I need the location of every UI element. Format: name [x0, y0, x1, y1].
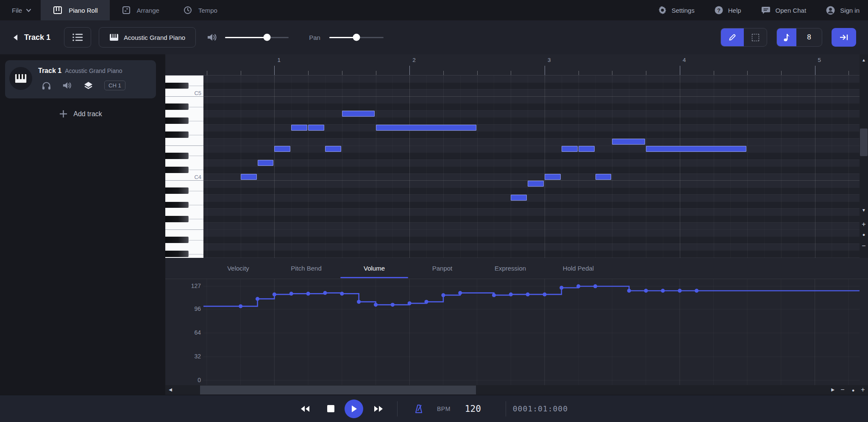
- volume-lane-panel[interactable]: [165, 279, 868, 385]
- midi-note[interactable]: [562, 146, 578, 152]
- piano-key-black[interactable]: [165, 187, 189, 194]
- fast-forward-button[interactable]: [373, 405, 384, 412]
- volume-point[interactable]: [644, 289, 648, 293]
- midi-note[interactable]: [342, 111, 375, 117]
- zoom-out-vertical-icon[interactable]: −: [860, 242, 868, 250]
- volume-point[interactable]: [492, 293, 496, 297]
- rewind-button[interactable]: [300, 405, 310, 412]
- play-button[interactable]: [345, 400, 363, 418]
- midi-note[interactable]: [274, 146, 290, 152]
- file-menu[interactable]: File: [0, 0, 41, 20]
- sign-in-button[interactable]: Sign in: [816, 6, 862, 15]
- volume-point[interactable]: [424, 300, 428, 304]
- midi-note[interactable]: [511, 195, 527, 201]
- zoom-in-horizontal-icon[interactable]: +: [859, 386, 867, 394]
- add-track-button[interactable]: Add track: [0, 109, 161, 118]
- control-tab-volume[interactable]: Volume: [340, 258, 408, 279]
- vertical-scrollbar-thumb[interactable]: [860, 129, 868, 156]
- solo-headphones-icon[interactable]: [42, 81, 51, 90]
- piano-key-black[interactable]: [165, 202, 189, 208]
- quantize-note-button[interactable]: [777, 28, 796, 46]
- volume-slider-knob[interactable]: [264, 34, 271, 41]
- volume-point[interactable]: [627, 289, 631, 293]
- midi-note[interactable]: [579, 146, 595, 152]
- settings-button[interactable]: Settings: [648, 6, 704, 15]
- control-tab-pitch-bend[interactable]: Pitch Bend: [273, 258, 340, 279]
- piano-key-black[interactable]: [165, 131, 189, 138]
- bpm-value[interactable]: 120: [465, 404, 481, 414]
- volume-point[interactable]: [289, 292, 293, 296]
- volume-point[interactable]: [306, 292, 310, 296]
- vertical-scrollbar[interactable]: ▲ ▼ + ● −: [860, 54, 868, 258]
- midi-note[interactable]: [291, 125, 307, 131]
- volume-point[interactable]: [374, 303, 378, 307]
- piano-key-black[interactable]: [165, 103, 189, 110]
- tab-piano-roll[interactable]: Piano Roll: [41, 0, 109, 20]
- quantize-value[interactable]: 8: [796, 28, 822, 46]
- midi-note[interactable]: [376, 125, 476, 131]
- horizontal-scrollbar-thumb[interactable]: [200, 386, 476, 394]
- volume-automation-chart[interactable]: [203, 279, 860, 386]
- volume-point[interactable]: [441, 293, 445, 297]
- volume-point[interactable]: [273, 293, 276, 296]
- volume-point[interactable]: [391, 303, 395, 307]
- control-tab-hold-pedal[interactable]: Hold Pedal: [545, 258, 612, 279]
- control-tab-panpot[interactable]: Panpot: [409, 258, 476, 279]
- measure-ruler[interactable]: 12345: [165, 54, 868, 75]
- volume-point[interactable]: [593, 284, 597, 288]
- scroll-right-icon[interactable]: ▶: [830, 387, 836, 392]
- zoom-out-horizontal-icon[interactable]: −: [838, 386, 847, 394]
- midi-note[interactable]: [528, 181, 544, 187]
- volume-point[interactable]: [408, 302, 412, 305]
- zoom-in-vertical-icon[interactable]: +: [860, 221, 868, 228]
- volume-point[interactable]: [576, 284, 580, 288]
- goto-end-button[interactable]: [832, 28, 856, 47]
- layers-icon[interactable]: [83, 81, 93, 90]
- scroll-down-icon[interactable]: ▼: [860, 208, 868, 212]
- note-grid[interactable]: [203, 75, 860, 258]
- zoom-reset-horizontal-icon[interactable]: ●: [849, 388, 857, 393]
- control-tab-expression[interactable]: Expression: [476, 258, 544, 279]
- midi-note[interactable]: [258, 160, 274, 166]
- stop-button[interactable]: [327, 405, 334, 412]
- volume-point[interactable]: [357, 300, 361, 304]
- volume-point[interactable]: [458, 291, 462, 295]
- piano-key-black[interactable]: [165, 251, 189, 257]
- tab-tempo[interactable]: Tempo: [171, 0, 229, 20]
- channel-badge[interactable]: CH 1: [104, 81, 125, 90]
- volume-point[interactable]: [340, 292, 344, 296]
- volume-slider[interactable]: [225, 37, 289, 38]
- piano-keyboard[interactable]: C5C4: [165, 75, 203, 258]
- horizontal-scrollbar[interactable]: ◀ ▶ − ● +: [165, 385, 868, 395]
- midi-note[interactable]: [308, 125, 324, 131]
- tab-arrange[interactable]: Arrange: [110, 0, 171, 20]
- selection-tool-button[interactable]: [744, 28, 767, 46]
- volume-point[interactable]: [526, 293, 530, 296]
- open-chat-button[interactable]: Open Chat: [751, 6, 816, 15]
- volume-point[interactable]: [661, 289, 665, 293]
- volume-point[interactable]: [678, 289, 682, 293]
- metronome-button[interactable]: [415, 404, 423, 414]
- volume-point[interactable]: [559, 286, 563, 290]
- pan-slider-knob[interactable]: [353, 34, 360, 41]
- instrument-button[interactable]: Acoustic Grand Piano: [99, 27, 196, 48]
- volume-point[interactable]: [256, 297, 259, 301]
- piano-key-black[interactable]: [165, 167, 189, 173]
- volume-point[interactable]: [239, 305, 242, 308]
- track-list-button[interactable]: [64, 27, 91, 48]
- scroll-up-icon[interactable]: ▲: [860, 58, 868, 62]
- midi-note[interactable]: [595, 174, 612, 180]
- volume-point[interactable]: [509, 293, 513, 296]
- piano-key-black[interactable]: [165, 117, 189, 124]
- midi-note[interactable]: [612, 139, 645, 145]
- piano-key-black[interactable]: [165, 83, 189, 89]
- pencil-tool-button[interactable]: [721, 28, 744, 46]
- mute-volume-icon[interactable]: [62, 81, 72, 90]
- back-button[interactable]: [13, 34, 18, 41]
- piano-key-black[interactable]: [165, 153, 189, 159]
- pan-slider[interactable]: [329, 37, 384, 38]
- midi-note[interactable]: [646, 146, 746, 152]
- zoom-reset-vertical-icon[interactable]: ●: [860, 232, 868, 237]
- volume-point[interactable]: [542, 293, 546, 296]
- midi-note[interactable]: [325, 146, 341, 152]
